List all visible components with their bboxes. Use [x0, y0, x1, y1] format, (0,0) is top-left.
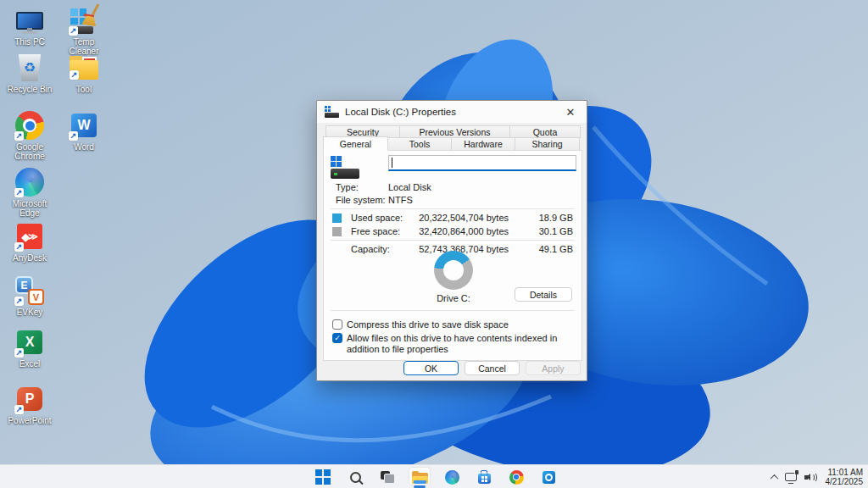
desktop-icon-microsoft-edge[interactable]: ↗ Microsoft Edge: [3, 167, 56, 218]
shortcut-arrow-icon: ↗: [14, 405, 24, 414]
desktop-icon-this-pc[interactable]: This PC: [3, 5, 56, 47]
desktop-icon-powerpoint[interactable]: P ↗ PowerPoint: [3, 384, 56, 425]
dialog-titlebar: Local Disk (C:) Properties: [317, 101, 587, 123]
desktop-icon-temp-cleaner[interactable]: ↗ Temp Cleaner: [58, 5, 110, 56]
folder-icon: ↗: [69, 53, 99, 83]
used-space-label: Used space:: [351, 213, 403, 223]
desktop: This PC ↗ Temp Cleaner ♻ Recycle Bin ↗ T…: [0, 0, 868, 488]
this-pc-icon: [14, 5, 45, 36]
chrome-icon: [509, 470, 524, 485]
desktop-icon-word[interactable]: W ↗ Word: [58, 110, 110, 152]
used-space-size: 18.9 GB: [539, 213, 573, 223]
system-tray: 11:01 AM 4/21/2025: [771, 465, 864, 488]
tab-general[interactable]: General: [323, 136, 388, 151]
shortcut-arrow-icon: ↗: [70, 70, 79, 80]
drive-icon-large: [331, 156, 359, 181]
free-space-swatch: [332, 227, 342, 236]
shortcut-arrow-icon: ↗: [14, 131, 24, 141]
shortcut-arrow-icon: ↗: [14, 297, 24, 306]
drive-label-input[interactable]: [388, 155, 576, 171]
temp-cleaner-icon: ↗: [69, 5, 99, 36]
desktop-icon-tool[interactable]: ↗ Tool: [58, 53, 110, 94]
file-system-value: NTFS: [388, 195, 413, 205]
cancel-button[interactable]: Cancel: [465, 361, 520, 375]
desktop-icon-label: EVKey: [3, 308, 56, 317]
task-view-icon: [381, 471, 395, 484]
used-space-bytes: 20,322,504,704 bytes: [419, 213, 509, 223]
tab-previous-versions[interactable]: Previous Versions: [399, 125, 510, 138]
chrome-icon: ↗: [14, 110, 45, 141]
file-system-row: File system: NTFS: [324, 195, 581, 207]
edge-icon: ↗: [14, 167, 45, 197]
type-label: Type:: [336, 182, 359, 192]
tab-sharing[interactable]: Sharing: [515, 137, 580, 151]
word-icon: W ↗: [69, 110, 99, 141]
desktop-icon-recycle-bin[interactable]: ♻ Recycle Bin: [3, 53, 56, 94]
ok-button[interactable]: OK: [403, 361, 459, 375]
taskbar-clock[interactable]: 11:01 AM 4/21/2025: [826, 468, 864, 486]
edge-taskbar-button[interactable]: [436, 465, 468, 488]
taskbar-search-button[interactable]: [339, 465, 371, 488]
shortcut-arrow-icon: ↗: [69, 131, 78, 141]
index-checkbox-label: Allow files on this drive to have conten…: [347, 333, 575, 354]
divider: [331, 240, 575, 241]
evkey-icon: E V ↗: [14, 275, 45, 306]
store-taskbar-button[interactable]: [468, 465, 500, 488]
taskbar: 11:01 AM 4/21/2025: [0, 464, 868, 488]
outlook-icon: [542, 471, 555, 484]
tray-date: 4/21/2025: [826, 477, 864, 486]
windows-logo-icon: [315, 469, 331, 485]
close-button[interactable]: ✕: [554, 101, 587, 123]
free-space-bytes: 32,420,864,000 bytes: [419, 226, 509, 236]
tab-hardware[interactable]: Hardware: [451, 137, 515, 151]
apply-button[interactable]: Apply: [526, 361, 581, 375]
shortcut-arrow-icon: ↗: [14, 188, 24, 197]
desktop-icon-label: Recycle Bin: [3, 85, 56, 94]
details-button[interactable]: Details: [515, 287, 572, 302]
excel-icon: X ↗: [14, 327, 45, 358]
start-button[interactable]: [307, 465, 339, 488]
free-space-row: Free space: 32,420,864,000 bytes 30.1 GB: [324, 226, 581, 238]
network-icon[interactable]: [785, 473, 797, 481]
shortcut-arrow-icon: ↗: [69, 26, 78, 36]
volume-icon[interactable]: [804, 472, 818, 482]
desktop-icon-label: Word: [58, 142, 110, 152]
desktop-icon-label: AnyDesk: [3, 253, 56, 263]
powerpoint-icon: P ↗: [14, 384, 45, 414]
properties-dialog: Local Disk (C:) Properties ✕ Security Pr…: [316, 100, 587, 381]
shortcut-arrow-icon: ↗: [14, 242, 24, 252]
hidden-icons-chevron-icon[interactable]: [770, 474, 778, 482]
recycle-bin-icon: ♻: [14, 53, 45, 83]
desktop-icon-anydesk[interactable]: ◆≫ ↗ AnyDesk: [3, 221, 56, 263]
chrome-taskbar-button[interactable]: [500, 465, 532, 488]
free-space-label: Free space:: [351, 226, 400, 236]
text-caret: [392, 158, 392, 168]
close-icon: ✕: [566, 106, 576, 119]
desktop-icon-evkey[interactable]: E V ↗ EVKey: [3, 275, 56, 317]
dialog-title: Local Disk (C:) Properties: [345, 107, 456, 117]
desktop-icon-label: Microsoft Edge: [3, 199, 56, 218]
desktop-icon-excel[interactable]: X ↗ Excel: [3, 327, 56, 369]
tab-quota[interactable]: Quota: [509, 125, 581, 138]
drive-icon: [325, 106, 339, 119]
taskbar-center: [307, 465, 565, 488]
dialog-button-row: OK Cancel Apply: [317, 361, 581, 375]
compress-checkbox-label: Compress this drive to save disk space: [347, 319, 509, 330]
outlook-taskbar-button[interactable]: [532, 465, 565, 488]
compress-checkbox[interactable]: [332, 319, 342, 330]
index-checkbox[interactable]: ✓: [332, 333, 342, 343]
tab-row-bottom: General Tools Hardware Sharing: [323, 137, 579, 151]
general-tab-panel: Type: Local Disk File system: NTFS Used …: [323, 150, 582, 361]
tab-tools[interactable]: Tools: [387, 137, 452, 151]
desktop-icon-label: Excel: [3, 359, 56, 369]
compress-checkbox-row: Compress this drive to save disk space: [332, 319, 575, 330]
desktop-icon-label: This PC: [3, 37, 56, 47]
file-explorer-button[interactable]: [403, 465, 436, 488]
divider: [331, 208, 575, 209]
search-icon: [350, 472, 361, 483]
capacity-label: Capacity:: [351, 244, 390, 254]
desktop-icon-google-chrome[interactable]: ↗ Google Chrome: [3, 110, 56, 161]
edge-icon: [445, 470, 459, 485]
task-view-button[interactable]: [371, 465, 403, 488]
tray-time: 11:01 AM: [826, 468, 864, 477]
